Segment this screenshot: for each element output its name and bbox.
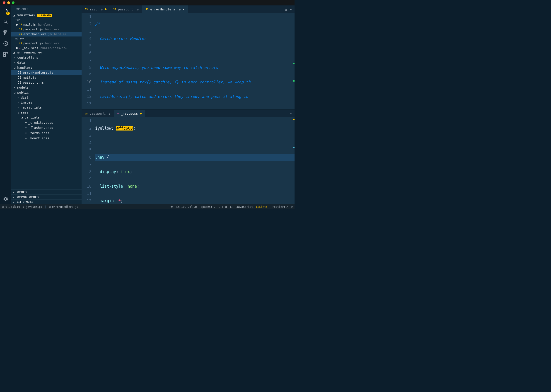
editor-item-nav-scss[interactable]: ⟡ _nav.scss public/sass/pa…	[11, 46, 82, 50]
code-content[interactable]: $yellow: #ffc600; .nav { display: flex; …	[95, 117, 294, 204]
file-icon: 🗎	[22, 205, 25, 209]
window-maximize-icon[interactable]	[12, 1, 14, 4]
file-heart[interactable]: ⟡_heart.scss	[11, 135, 82, 141]
file-forms[interactable]: ⟡_forms.scss	[11, 130, 82, 135]
window-minimize-icon[interactable]	[7, 1, 10, 4]
svg-point-2	[6, 30, 7, 31]
group-bottom-label: BOTTOM	[11, 36, 82, 41]
group-top-label: TOP	[11, 18, 82, 22]
dirty-dot-icon	[140, 113, 142, 114]
project-header[interactable]: ◢ 45 - FINISHED APP	[11, 50, 82, 55]
svg-point-0	[4, 30, 5, 31]
settings-icon[interactable]	[2, 196, 9, 202]
minimap[interactable]	[293, 117, 294, 204]
status-eol[interactable]: LF	[230, 205, 233, 209]
editor-item-errorhandlers[interactable]: JS errorHandlers.js handler…	[11, 32, 82, 36]
more-icon[interactable]: ⋯	[290, 112, 292, 115]
git-stashes-header[interactable]: ▸GIT STASHES	[11, 199, 82, 204]
status-filename[interactable]: 🗎 errorHandlers.js	[49, 205, 78, 209]
editor-item-passport-2[interactable]: JS passport.js handlers	[11, 41, 82, 46]
chevron-right-icon: ▸	[18, 106, 20, 109]
folder-handlers[interactable]: ◢handlers	[11, 65, 82, 70]
tab-errorhandlers[interactable]: JS errorHandlers.js ×	[142, 6, 188, 13]
status-feedback-icon[interactable]: ☺	[291, 205, 293, 209]
chevron-down-icon: ◢	[14, 66, 16, 69]
scss-icon: ⟡	[25, 131, 27, 135]
folder-public[interactable]: ◢public	[11, 90, 82, 95]
more-icon[interactable]: ⋯	[290, 7, 292, 11]
split-editor-icon[interactable]: ▥	[285, 7, 287, 11]
open-editors-header[interactable]: ◢ OPEN EDITORS 2 UNSAVED	[11, 13, 82, 18]
explorer-icon[interactable]: 2	[2, 8, 9, 14]
status-bucket-icon[interactable]: 🗑	[170, 205, 173, 209]
folder-sass[interactable]: ◢sass	[11, 110, 82, 115]
folder-javascripts[interactable]: ▸javascripts	[11, 105, 82, 110]
file-mail[interactable]: JSmail.js	[11, 75, 82, 80]
commits-header[interactable]: ▸COMMITS	[11, 189, 82, 194]
svg-point-1	[4, 34, 5, 35]
debug-icon[interactable]	[2, 40, 9, 47]
tab-passport[interactable]: JS passport.js	[110, 6, 142, 13]
status-cursor-pos[interactable]: Ln 10, Col 36	[176, 205, 198, 209]
folder-images[interactable]: ▸images	[11, 100, 82, 105]
sidebar: EXPLORER ◢ OPEN EDITORS 2 UNSAVED TOP JS…	[11, 6, 82, 204]
js-icon: JS	[19, 28, 22, 31]
chevron-down-icon: ◢	[14, 91, 16, 94]
status-errors[interactable]: ⦻0 ⚠0 ⓘ10	[2, 205, 20, 209]
editor-item-passport[interactable]: JS passport.js handlers	[11, 27, 82, 32]
folder-models[interactable]: ▸models	[11, 85, 82, 90]
code-content[interactable]: /* Catch Errors Handler With async/await…	[95, 13, 294, 109]
gutter: 12345678910111213	[82, 13, 95, 109]
info-icon: ⓘ	[13, 205, 16, 209]
extensions-icon[interactable]	[2, 51, 9, 57]
code-editor-bottom[interactable]: 123456789101112 $yellow: #ffc600; .nav {…	[82, 117, 294, 204]
sidebar-title: EXPLORER	[11, 6, 82, 13]
activity-bar: 2	[0, 6, 11, 204]
tab-bar-top: JS mail.js JS passport.js JS errorHandle…	[82, 6, 294, 13]
editor-area: JS mail.js JS passport.js JS errorHandle…	[82, 6, 294, 204]
code-editor-top[interactable]: 12345678910111213 /* Catch Errors Handle…	[82, 13, 294, 109]
status-encoding[interactable]: UTF-8	[219, 205, 227, 209]
chevron-right-icon: ▸	[14, 61, 16, 64]
status-language[interactable]: JavaScript	[237, 205, 253, 209]
folder-data[interactable]: ▸data	[11, 60, 82, 65]
editor-item-mail[interactable]: JS mail.js handlers	[11, 22, 82, 27]
chevron-right-icon: ▸	[18, 96, 20, 99]
folder-controllers[interactable]: ▸controllers	[11, 55, 82, 60]
svg-rect-4	[4, 52, 6, 54]
file-credits[interactable]: ⟡_credits.scss	[11, 120, 82, 125]
tab-mail[interactable]: JS mail.js	[82, 6, 110, 13]
window-close-icon[interactable]	[3, 1, 6, 4]
js-icon: JS	[19, 33, 22, 35]
unsaved-badge: 2 UNSAVED	[37, 14, 52, 17]
js-icon: JS	[85, 8, 88, 11]
status-prettier[interactable]: Prettier: ✓	[271, 205, 288, 209]
dirty-dot-icon	[16, 24, 18, 26]
dirty-dot-icon	[16, 47, 18, 49]
close-icon[interactable]: ×	[183, 7, 184, 11]
file-passport[interactable]: JSpassport.js	[11, 80, 82, 85]
folder-dist[interactable]: ▸dist	[11, 95, 82, 100]
file-flashes[interactable]: ⟡_flashes.scss	[11, 125, 82, 130]
status-filetype[interactable]: 🗎 javascript	[22, 205, 42, 209]
search-icon[interactable]	[2, 19, 9, 25]
minimap[interactable]	[293, 13, 294, 109]
chevron-right-icon: ▸	[13, 190, 15, 194]
source-control-icon[interactable]	[2, 29, 9, 36]
file-errorhandlers[interactable]: JSerrorHandlers.js	[11, 70, 82, 75]
js-icon: JS	[113, 8, 116, 11]
explorer-badge: 2	[6, 12, 10, 15]
dirty-dot-icon	[105, 8, 106, 10]
tab-nav-scss[interactable]: ⟡ _nav.scss	[114, 110, 145, 117]
svg-rect-6	[4, 55, 6, 56]
status-spaces[interactable]: Spaces: 2	[201, 205, 216, 209]
tab-passport-bottom[interactable]: JS passport.js	[82, 110, 114, 117]
warning-icon: ⚠	[8, 205, 9, 209]
tab-bar-bottom: JS passport.js ⟡ _nav.scss ⋯	[82, 110, 294, 117]
js-icon: JS	[19, 23, 22, 26]
svg-rect-5	[6, 52, 8, 54]
status-eslint[interactable]: ESLint!	[256, 205, 268, 209]
compare-commits-header[interactable]: ▸COMPARE COMMITS	[11, 194, 82, 199]
folder-partials[interactable]: ◢partials	[11, 115, 82, 120]
js-icon: JS	[18, 76, 21, 79]
